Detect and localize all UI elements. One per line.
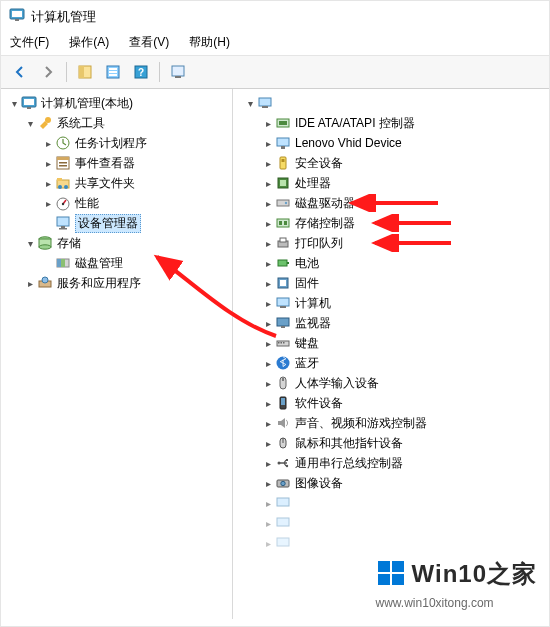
expand-icon[interactable]: ▸: [261, 478, 275, 489]
node-processors[interactable]: ▸ 处理器: [233, 173, 549, 193]
node-software-devices[interactable]: ▸ 软件设备: [233, 393, 549, 413]
collapse-icon[interactable]: ▾: [7, 98, 21, 109]
node-disk-management[interactable]: 磁盘管理: [1, 253, 232, 273]
svg-rect-62: [277, 318, 289, 326]
node-event-viewer[interactable]: ▸ 事件查看器: [1, 153, 232, 173]
expand-icon[interactable]: ▸: [41, 158, 55, 169]
node-label: 磁盘驱动器: [295, 195, 355, 212]
computer-management-icon: [21, 95, 37, 111]
node-storage-controllers[interactable]: ▸ 存储控制器: [233, 213, 549, 233]
node-device-manager[interactable]: 设备管理器: [1, 213, 232, 233]
generic-icon: [275, 495, 291, 511]
node-batteries[interactable]: ▸ 电池: [233, 253, 549, 273]
expand-icon[interactable]: ▸: [261, 358, 275, 369]
menu-help[interactable]: 帮助(H): [186, 32, 233, 53]
svg-rect-55: [280, 238, 286, 242]
expand-icon[interactable]: ▸: [261, 258, 275, 269]
expand-icon[interactable]: ▸: [41, 178, 55, 189]
expand-icon[interactable]: ▸: [261, 298, 275, 309]
menu-action[interactable]: 操作(A): [66, 32, 112, 53]
node-cutoff-1[interactable]: ▸: [233, 493, 549, 513]
expand-icon[interactable]: ▸: [41, 198, 55, 209]
node-storage[interactable]: ▾ 存储: [1, 233, 232, 253]
svg-rect-30: [59, 228, 67, 230]
expand-icon[interactable]: ▸: [261, 338, 275, 349]
svg-rect-51: [277, 219, 289, 227]
expand-icon[interactable]: ▸: [261, 238, 275, 249]
node-computer-root[interactable]: ▾: [233, 93, 549, 113]
collapse-icon[interactable]: ▾: [23, 238, 37, 249]
svg-rect-67: [283, 342, 285, 344]
node-disk-drives[interactable]: ▸ 磁盘驱动器: [233, 193, 549, 213]
expand-icon[interactable]: ▸: [261, 318, 275, 329]
node-monitors[interactable]: ▸ 监视器: [233, 313, 549, 333]
expand-icon[interactable]: ▸: [261, 518, 275, 529]
expand-icon[interactable]: ▸: [261, 138, 275, 149]
node-cutoff-3[interactable]: ▸: [233, 533, 549, 553]
node-shared-folders[interactable]: ▸ 共享文件夹: [1, 173, 232, 193]
expand-icon[interactable]: ▸: [261, 178, 275, 189]
node-label: 任务计划程序: [75, 135, 147, 152]
svg-rect-61: [280, 306, 286, 308]
node-task-scheduler[interactable]: ▸ 任务计划程序: [1, 133, 232, 153]
expand-icon[interactable]: ▸: [261, 438, 275, 449]
node-cutoff-2[interactable]: ▸: [233, 513, 549, 533]
left-tree[interactable]: ▾ 计算机管理(本地) ▾ 系统工具 ▸ 任务计划程序 ▸ 事件查: [1, 89, 233, 619]
node-mice-pointing-devices[interactable]: ▸ 鼠标和其他指针设备: [233, 433, 549, 453]
node-lenovo-vhid-device[interactable]: ▸ Lenovo Vhid Device: [233, 133, 549, 153]
node-label: 安全设备: [295, 155, 343, 172]
expand-icon[interactable]: ▸: [261, 418, 275, 429]
node-keyboards[interactable]: ▸ 键盘: [233, 333, 549, 353]
node-imaging-devices[interactable]: ▸ 图像设备: [233, 473, 549, 493]
collapse-icon[interactable]: ▾: [243, 98, 257, 109]
menu-file[interactable]: 文件(F): [7, 32, 52, 53]
node-human-interface-devices[interactable]: ▸ 人体学输入设备: [233, 373, 549, 393]
svg-rect-49: [277, 200, 289, 206]
expand-icon[interactable]: ▸: [261, 398, 275, 409]
node-sound-video-game-controllers[interactable]: ▸ 声音、视频和游戏控制器: [233, 413, 549, 433]
svg-rect-45: [280, 157, 286, 169]
expand-icon[interactable]: ▸: [41, 138, 55, 149]
node-label: 声音、视频和游戏控制器: [295, 415, 427, 432]
node-computer[interactable]: ▸ 计算机: [233, 293, 549, 313]
node-services-apps[interactable]: ▸ 服务和应用程序: [1, 273, 232, 293]
expand-icon[interactable]: ▸: [261, 378, 275, 389]
properties-button[interactable]: [100, 60, 126, 84]
right-tree[interactable]: ▾ ▸ IDE ATA/ATAPI 控制器 ▸ Lenovo Vhid Devi…: [233, 89, 549, 619]
forward-button[interactable]: [35, 60, 61, 84]
node-label: 蓝牙: [295, 355, 319, 372]
node-computer-management-root[interactable]: ▾ 计算机管理(本地): [1, 93, 232, 113]
menu-view[interactable]: 查看(V): [126, 32, 172, 53]
expand-icon[interactable]: ▸: [261, 458, 275, 469]
node-firmware[interactable]: ▸ 固件: [233, 273, 549, 293]
collapse-icon[interactable]: ▾: [23, 118, 37, 129]
node-ide-ata-atapi-controllers[interactable]: ▸ IDE ATA/ATAPI 控制器: [233, 113, 549, 133]
expand-icon[interactable]: ▸: [261, 198, 275, 209]
svg-rect-2: [15, 19, 19, 21]
help-button[interactable]: ?: [128, 60, 154, 84]
expand-icon[interactable]: ▸: [261, 278, 275, 289]
titlebar: 计算机管理: [1, 1, 549, 30]
back-button[interactable]: [7, 60, 33, 84]
node-usb-controllers[interactable]: ▸ 通用串行总线控制器: [233, 453, 549, 473]
node-print-queues[interactable]: ▸ 打印队列: [233, 233, 549, 253]
node-performance[interactable]: ▸ 性能: [1, 193, 232, 213]
expand-icon[interactable]: ▸: [261, 158, 275, 169]
expand-icon[interactable]: ▸: [261, 538, 275, 549]
svg-rect-65: [278, 342, 280, 344]
show-hide-tree-button[interactable]: [72, 60, 98, 84]
toolbar: ?: [1, 55, 549, 89]
expand-icon[interactable]: ▸: [261, 218, 275, 229]
expand-icon[interactable]: ▸: [261, 498, 275, 509]
computer-small-icon: [275, 295, 291, 311]
node-bluetooth[interactable]: ▸ 蓝牙: [233, 353, 549, 373]
expand-icon[interactable]: ▸: [23, 278, 37, 289]
svg-rect-56: [278, 260, 287, 266]
expand-icon[interactable]: ▸: [261, 118, 275, 129]
svg-rect-70: [282, 378, 284, 381]
refresh-button[interactable]: [165, 60, 191, 84]
node-system-tools[interactable]: ▾ 系统工具: [1, 113, 232, 133]
node-security-devices[interactable]: ▸ 安全设备: [233, 153, 549, 173]
svg-point-79: [281, 481, 285, 485]
svg-rect-57: [287, 262, 289, 264]
